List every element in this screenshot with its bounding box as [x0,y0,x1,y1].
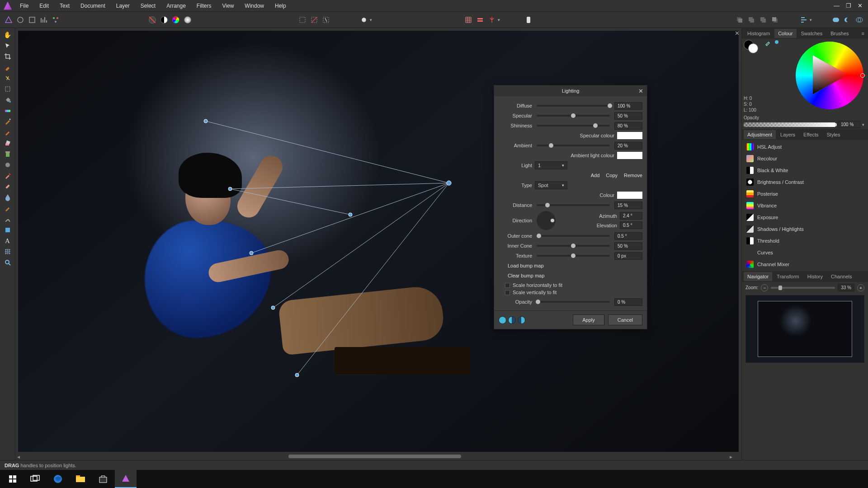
selection-new-icon[interactable] [297,15,307,25]
start-button[interactable] [2,470,24,488]
dialog-close-icon[interactable]: ✕ [638,88,643,94]
opacity-dropdown-icon[interactable]: ▾ [862,122,864,127]
scroll-left-icon[interactable]: ◂ [17,454,20,460]
colour-dot-icon[interactable] [774,40,779,46]
specular-slider[interactable] [537,115,610,117]
light-remove-button[interactable]: Remove [624,173,642,178]
scale-v-checkbox[interactable]: Scale vertically to fit [499,289,642,296]
light-copy-button[interactable]: Copy [606,173,618,178]
dlg-opacity-slider[interactable] [537,301,610,303]
smudge-tool-icon[interactable] [2,214,14,224]
gradient-tool-icon[interactable] [2,106,14,116]
outer-cone-slider[interactable] [537,235,610,237]
specular-colour-swatch[interactable] [617,132,642,139]
maximize-button[interactable]: ❐ [846,2,851,9]
opacity-slider[interactable] [744,122,835,127]
ambient-value[interactable]: 20 % [614,142,642,150]
tab-swatches[interactable]: Swatches [797,29,826,38]
dlg-opacity-value[interactable]: 0 % [614,298,642,306]
tab-styles[interactable]: Styles [823,130,844,139]
azimuth-value[interactable]: 2.4 ° [620,212,642,220]
flood-select-icon[interactable] [2,73,14,83]
selection-brush-icon[interactable] [2,62,14,72]
apply-button[interactable]: Apply [573,314,604,325]
boolean-add-icon[interactable] [831,15,841,25]
adjustment-item[interactable]: Recolour [742,153,868,164]
load-bump-button[interactable]: Load bump map [508,263,544,268]
store-icon[interactable] [92,470,114,488]
swatch-grey-icon[interactable] [183,15,193,25]
marquee-tool-icon[interactable] [2,84,14,94]
specular-value[interactable]: 50 % [614,112,642,120]
persona-photo-icon[interactable] [4,15,14,25]
quickmask-dropdown-icon[interactable]: ▾ [370,18,372,22]
selection-add-icon[interactable] [309,15,319,25]
preset-3[interactable] [518,316,525,324]
arrange-backward-icon[interactable] [746,15,756,25]
cancel-button[interactable]: Cancel [608,314,642,325]
adjustment-item[interactable]: Curves [742,247,868,258]
flood-fill-icon[interactable] [2,95,14,105]
dodge-tool-icon[interactable] [2,203,14,213]
pen-tool-icon[interactable] [2,117,14,127]
menu-document[interactable]: Document [76,1,110,11]
edge-icon[interactable] [47,470,69,488]
tab-layers[interactable]: Layers [777,130,799,139]
persona-export-icon[interactable] [51,15,61,25]
menu-window[interactable]: Window [240,1,269,11]
move-tool-icon[interactable] [2,41,14,51]
texture-slider[interactable] [537,255,610,257]
adjustment-item[interactable]: Brightness / Contrast [742,176,868,188]
persona-liquify-icon[interactable] [15,15,25,25]
quickmask-icon[interactable] [359,15,369,25]
snap-toggle-icon[interactable] [487,15,497,25]
arrange-front-icon[interactable] [770,15,780,25]
menu-help[interactable]: Help [270,1,291,11]
navigator-thumbnail[interactable] [745,295,864,363]
elevation-value[interactable]: 0.5 ° [620,221,642,229]
boolean-sub-icon[interactable] [843,15,853,25]
distance-slider[interactable] [537,204,610,206]
tab-navigator[interactable]: Navigator [744,272,772,281]
zoom-out-button[interactable]: − [761,284,768,291]
tab-colour[interactable]: Colour [774,29,796,38]
tab-brushes[interactable]: Brushes [827,29,852,38]
zoom-tool-icon[interactable] [2,258,14,267]
shininess-slider[interactable] [537,125,610,127]
type-select[interactable]: Spot▾ [535,181,567,189]
shape-tool-icon[interactable] [2,225,14,235]
menu-text[interactable]: Text [55,1,74,11]
fg-bg-swatch[interactable] [744,40,760,53]
ambient-colour-swatch[interactable] [617,152,642,159]
ambient-slider[interactable] [537,145,610,146]
direction-dial[interactable] [537,211,556,230]
erase-tool-icon[interactable] [2,138,14,148]
inner-cone-value[interactable]: 50 % [614,242,642,250]
adjustment-item[interactable]: Channel Mixer [742,258,868,270]
selection-sub-icon[interactable] [321,15,331,25]
swatch-none-icon[interactable] [147,15,157,25]
menu-arrange[interactable]: Arrange [162,1,190,11]
document-close-icon[interactable]: ✕ [735,30,740,37]
inner-cone-slider[interactable] [537,245,610,247]
paint-mixer-icon[interactable] [2,160,14,170]
menu-file[interactable]: File [15,1,33,11]
swatch-colour-icon[interactable] [171,15,181,25]
minimize-button[interactable]: — [834,2,840,9]
scrollbar-thumb[interactable] [288,455,461,458]
align-dropdown-icon[interactable]: ▾ [810,18,812,22]
diffuse-slider[interactable] [537,105,610,107]
swatch-bw-icon[interactable] [159,15,169,25]
adjustment-item[interactable]: HSL Adjust [742,141,868,153]
blur-tool-icon[interactable] [2,192,14,202]
diffuse-value[interactable]: 100 % [614,102,642,110]
snap-guides-icon[interactable] [475,15,485,25]
text-tool-icon[interactable]: A [2,236,14,246]
tab-channels[interactable]: Channels [827,272,855,281]
zoom-value[interactable]: 33 % [838,284,854,291]
arrange-forward-icon[interactable] [758,15,768,25]
preset-1[interactable] [499,316,506,324]
affinity-taskbar-icon[interactable] [115,470,137,488]
persona-tone-icon[interactable] [39,15,49,25]
close-button[interactable]: ✕ [858,2,863,9]
